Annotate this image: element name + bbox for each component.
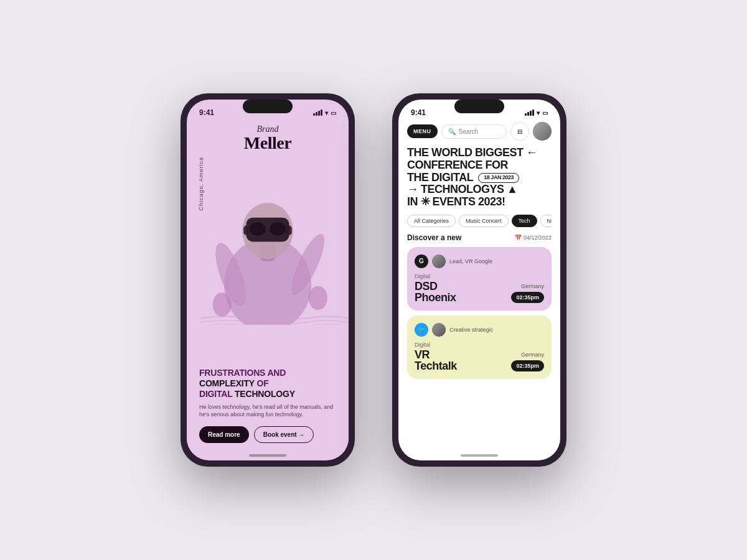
svg-point-6: [250, 222, 266, 236]
hero-heading: THE WORLD BIGGEST ← CONFERENCE FOR THE D…: [407, 147, 552, 208]
discover-title: Discover a new: [407, 233, 461, 242]
phone2-screen: 9:41 ▾ ▭ MENU 🔍 Search ⊟: [398, 100, 560, 460]
svg-point-11: [309, 286, 327, 310]
read-more-button[interactable]: Read more: [199, 426, 249, 443]
event-card-1[interactable]: G Lead, VR Google Digital DSD Phoenix Ge…: [407, 247, 552, 310]
wifi-icon-2: ▾: [537, 110, 540, 116]
cat-nutrition[interactable]: Nutritio: [540, 215, 552, 227]
card-body-1: Digital DSD Phoenix Germany 02:35pm: [415, 273, 544, 303]
discover-header: Discover a new 📅 04/12/2022: [407, 233, 552, 242]
search-icon: 🔍: [448, 128, 456, 135]
signal-icon-1: [313, 110, 322, 116]
card-right-1: Germany 02:35pm: [511, 283, 544, 303]
card-header-2: 🐦 Creative strategic: [415, 323, 544, 337]
home-indicator-1: [249, 454, 286, 457]
card-title-row-1: DSD Phoenix Germany 02:35pm: [415, 281, 544, 303]
book-event-button[interactable]: Book event →: [254, 426, 314, 443]
presenter-photo-2: [432, 323, 446, 337]
battery-icon-1: ▭: [331, 110, 336, 116]
presenter-avatar-g: G: [415, 254, 428, 268]
dynamic-island-1: [243, 100, 293, 113]
event-title-1: DSD Phoenix: [415, 281, 456, 303]
wifi-icon-1: ▾: [325, 110, 328, 116]
event-time-2: 02:35pm: [511, 360, 544, 371]
search-bar[interactable]: 🔍 Search: [441, 124, 507, 139]
phone1-screen: 9:41 ▾ ▭ Brand Meller Chicago, America: [187, 100, 349, 460]
event-type-1: Digital: [415, 273, 544, 279]
card-right-2: Germany 02:35pm: [511, 352, 544, 371]
cat-all[interactable]: All Categories: [407, 215, 456, 227]
card-header-1: G Lead, VR Google: [415, 254, 544, 268]
hero-line-2: CONFERENCE FOR: [407, 159, 508, 171]
city-label: Chicago, America: [198, 157, 204, 211]
nav-bar: MENU 🔍 Search ⊟: [407, 122, 552, 141]
avatar-image: [533, 122, 552, 141]
date-badge: 18 JAN 2023: [478, 173, 519, 183]
cat-tech[interactable]: Tech: [512, 215, 537, 227]
event-card-2[interactable]: 🐦 Creative strategic Digital VR Techtalk…: [407, 315, 552, 379]
event-type-2: Digital: [415, 342, 544, 348]
discover-date: 📅 04/12/2022: [515, 235, 552, 241]
event-title-2: VR Techtalk: [415, 349, 457, 371]
phone1-bottom-content: FRUSTRATIONS AND COMPLEXITY OF DIGITAL T…: [187, 362, 349, 453]
card-title-row-2: VR Techtalk Germany 02:35pm: [415, 349, 544, 371]
event-title: FRUSTRATIONS AND COMPLEXITY OF DIGITAL T…: [199, 368, 336, 399]
hero-line-1: THE WORLD BIGGEST ←: [407, 146, 537, 159]
hero-line-5: IN ✳ EVENTS 2023!: [407, 195, 505, 208]
vr-image: [187, 151, 349, 325]
user-avatar[interactable]: [533, 122, 552, 141]
event-location-1: Germany: [511, 283, 544, 289]
event-location-2: Germany: [511, 352, 544, 358]
signal-icon-2: [525, 110, 534, 116]
presenter-photo-1: [432, 254, 446, 268]
svg-rect-4: [243, 226, 249, 235]
presenter-name-2: Creative strategic: [449, 327, 493, 333]
svg-rect-5: [286, 226, 292, 235]
time-2: 9:41: [411, 108, 426, 117]
phone1-actions: Read more Book event →: [199, 426, 336, 443]
status-icons-1: ▾ ▭: [313, 110, 336, 116]
hero-line-4: → TECHNOLOGYS ▲: [407, 183, 517, 195]
phone-2: 9:41 ▾ ▭ MENU 🔍 Search ⊟: [392, 93, 566, 467]
presenter-avatar-twitter: 🐦: [415, 323, 428, 337]
phone1-content-area: Brand Meller Chicago, America: [187, 119, 349, 453]
filter-button[interactable]: ⊟: [510, 122, 529, 141]
category-filters: All Categories Music Concert Tech Nutrit…: [407, 215, 552, 227]
menu-button[interactable]: MENU: [407, 124, 438, 138]
event-time-1: 02:35pm: [511, 292, 544, 303]
hero-line-3: THE DIGITAL: [407, 171, 473, 184]
svg-point-7: [270, 222, 286, 236]
status-icons-2: ▾ ▭: [525, 110, 548, 116]
home-indicator-2: [461, 454, 498, 457]
phone2-content-area: MENU 🔍 Search ⊟ THE WORLD BIGGEST ← CONF…: [398, 119, 560, 453]
brand-header: Brand Meller: [187, 119, 349, 154]
time-1: 9:41: [199, 108, 214, 117]
dynamic-island-2: [454, 100, 504, 113]
presenter-name-1: Lead, VR Google: [449, 258, 492, 264]
search-placeholder: Search: [459, 128, 479, 135]
battery-icon-2: ▭: [542, 110, 548, 116]
phone-1: 9:41 ▾ ▭ Brand Meller Chicago, America: [181, 93, 355, 467]
brand-name: Meller: [187, 134, 349, 152]
cat-music-concert[interactable]: Music Concert: [459, 215, 509, 227]
card-body-2: Digital VR Techtalk Germany 02:35pm: [415, 342, 544, 371]
svg-point-10: [213, 292, 232, 317]
event-description: He loves technology, he's read all of th…: [199, 403, 336, 419]
